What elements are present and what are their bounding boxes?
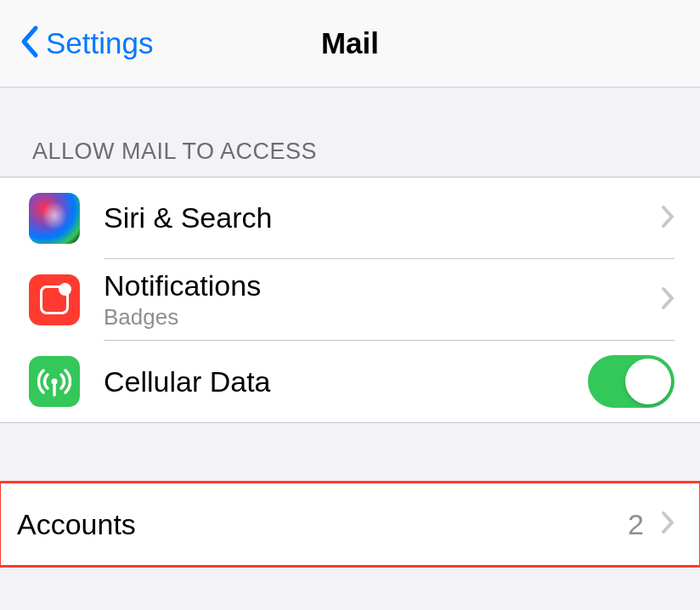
section-header-access: Allow Mail to Access — [0, 88, 700, 177]
navbar: Settings Mail — [0, 0, 700, 88]
row-cellular-data: Cellular Data — [0, 341, 700, 422]
access-list: Siri & Search Notifications Badges — [0, 177, 700, 423]
back-button[interactable]: Settings — [19, 25, 153, 62]
cellular-icon — [29, 356, 80, 407]
row-label: Accounts — [17, 508, 628, 541]
cellular-toggle[interactable] — [588, 355, 675, 408]
row-label: Siri & Search — [104, 201, 651, 234]
siri-icon — [29, 193, 80, 244]
back-label: Settings — [46, 26, 153, 60]
notifications-icon — [29, 274, 80, 325]
row-accounts[interactable]: Accounts 2 — [0, 483, 700, 565]
row-siri-search[interactable]: Siri & Search — [0, 178, 700, 259]
row-label: Cellular Data — [104, 365, 588, 398]
row-label: Notifications — [104, 269, 651, 302]
page-title: Mail — [321, 26, 379, 60]
chevron-right-icon — [661, 286, 675, 313]
row-sublabel: Badges — [104, 304, 651, 330]
accounts-list: Accounts 2 — [0, 483, 700, 566]
chevron-right-icon — [661, 205, 675, 232]
chevron-right-icon — [661, 511, 675, 538]
accounts-count: 2 — [628, 508, 644, 541]
chevron-left-icon — [19, 25, 39, 62]
row-notifications[interactable]: Notifications Badges — [0, 259, 700, 341]
